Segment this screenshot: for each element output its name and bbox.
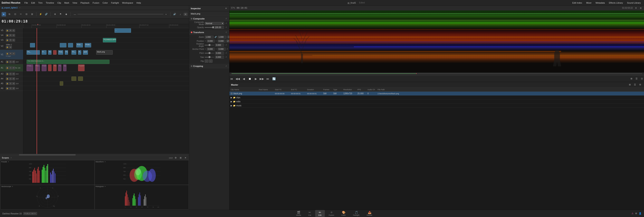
track-v3-link[interactable]: ⊟: [12, 39, 15, 42]
track-v2-lock[interactable]: 🔒: [6, 46, 9, 49]
dynamic-trim-btn[interactable]: ⊡: [13, 12, 17, 16]
marker-btn[interactable]: ◆: [64, 12, 68, 16]
razor-btn[interactable]: ⚡: [38, 12, 43, 16]
col-clip-name[interactable]: Clip Name: [230, 89, 258, 91]
anchor-x-value[interactable]: 0.000: [207, 48, 215, 51]
track-a3-lock[interactable]: 🔒: [6, 72, 9, 75]
audio-clip-a1b-6[interactable]: P1...: [58, 64, 62, 71]
tab-effects-library[interactable]: Effects Library: [608, 1, 624, 4]
track-v5-link[interactable]: ⊟: [12, 29, 15, 32]
user-icon[interactable]: 👤: [639, 212, 642, 215]
menu-playback[interactable]: Playback: [80, 1, 90, 4]
full-screen-btn[interactable]: ⊞: [184, 13, 187, 16]
nav-fusion-btn[interactable]: ⚛ Fusion: [326, 210, 338, 217]
clip-v2-5[interactable]: Proto...: [85, 43, 91, 47]
track-a6-m[interactable]: M: [12, 87, 15, 90]
bins-grid-btn[interactable]: ⊞: [628, 83, 632, 87]
col-reel-name[interactable]: Reel Name: [258, 89, 274, 91]
track-v1-lock[interactable]: 🔒: [6, 52, 9, 55]
zoom-x-value[interactable]: 1.000: [205, 35, 214, 38]
track-v5-lock[interactable]: 🔒: [6, 29, 9, 32]
zoom-out-btn[interactable]: —: [73, 12, 77, 16]
clip-v1-1[interactable]: P1...: [26, 50, 40, 55]
clip-v5-1[interactable]: ...: [114, 28, 131, 33]
rotation-value[interactable]: 0.000: [215, 44, 224, 47]
clip-v1-6[interactable]: P10...: [65, 50, 68, 55]
menu-fairlight[interactable]: Fairlight: [110, 1, 120, 4]
menu-help[interactable]: Help: [136, 1, 142, 4]
bin-row-black-png[interactable]: 🖼 black.png 00:00:00:00 00:00:00:01 00:0…: [230, 92, 644, 96]
track-a3-m[interactable]: M: [12, 72, 15, 75]
clip-v1-8[interactable]: P...: [78, 50, 81, 55]
video-preview[interactable]: [230, 10, 644, 72]
track-v3-lock[interactable]: 🔒: [6, 39, 9, 42]
composite-mode-dropdown[interactable]: Normal ▾: [205, 22, 224, 25]
slip-tool-btn[interactable]: ⊟: [24, 12, 28, 16]
audio-clip-a5-1[interactable]: [60, 81, 63, 86]
timeline-scrollbar[interactable]: [0, 154, 189, 156]
jump-start-btn[interactable]: ⏮: [230, 77, 234, 81]
inspector-close-btn[interactable]: ✕: [224, 7, 228, 10]
playback-strip[interactable]: [230, 72, 644, 75]
timeline-tab[interactable]: gi_export_lighter2: [2, 7, 18, 9]
transform-section-header[interactable]: Transform ↺: [189, 30, 229, 34]
viewer-grid-btn[interactable]: ⊞: [629, 77, 634, 81]
bins-list-btn[interactable]: ☰: [633, 83, 637, 87]
opacity-reset[interactable]: ↺: [225, 26, 228, 29]
cropping-toggle[interactable]: [191, 65, 192, 67]
track-a6-lock[interactable]: 🔒: [6, 87, 9, 90]
position-x-value[interactable]: 0.000: [207, 40, 215, 43]
nav-media-btn[interactable]: 🎬 Media: [293, 210, 304, 217]
track-a1-lock[interactable]: 🔒: [6, 60, 9, 63]
playback-head[interactable]: [416, 73, 416, 74]
yaw-value[interactable]: 0.000: [215, 56, 224, 59]
clip-v1-5[interactable]: P10...: [58, 50, 63, 55]
composite-mode-reset[interactable]: ↺: [225, 22, 228, 25]
rotation-reset[interactable]: ↺: [225, 44, 228, 46]
viewer-list-btn[interactable]: ☰: [634, 77, 639, 81]
flip-h-btn[interactable]: ↔: [205, 59, 208, 63]
track-a3-s[interactable]: S: [9, 72, 12, 75]
tab-mixer[interactable]: Mixer: [586, 1, 592, 4]
menu-clip[interactable]: Clip: [56, 1, 62, 4]
col-resolution[interactable]: Resolution: [342, 89, 356, 91]
audio-clip-a1b-8[interactable]: P1020727: [78, 64, 85, 71]
viewer-expand-btn[interactable]: ⊡: [640, 77, 644, 81]
menu-view[interactable]: View: [72, 1, 78, 4]
track-v4-eye[interactable]: 👁: [9, 34, 12, 37]
viewer-settings-btn[interactable]: ⚙: [634, 6, 638, 10]
audio-clip-a1b-7[interactable]: De...: [63, 64, 66, 71]
yaw-reset[interactable]: ↺: [225, 56, 228, 58]
bins-settings-btn[interactable]: ⚙: [638, 83, 642, 87]
bin-folder-edits[interactable]: ▶ 📁 edits: [230, 100, 644, 104]
volume-btn[interactable]: 🔊: [172, 12, 177, 16]
anchor-reset[interactable]: ↺: [226, 48, 228, 50]
clip-v2-2[interactable]: [60, 43, 66, 47]
composite-section-header[interactable]: Composite ↺: [189, 16, 229, 21]
menu-fusion[interactable]: Fusion: [92, 1, 100, 4]
clip-v2-4[interactable]: P10...: [76, 43, 83, 47]
clip-v2-3[interactable]: [68, 43, 73, 47]
col-type[interactable]: Type: [332, 89, 342, 91]
select-tool-btn[interactable]: ▶: [2, 12, 6, 16]
col-start-tc[interactable]: Start TC: [274, 89, 290, 91]
viewer-fullscreen-btn[interactable]: ⊞: [639, 6, 642, 10]
inspector-scroll-area[interactable]: Composite ↺ Composite Mode Normal ▾ ↺ Op…: [189, 16, 229, 210]
audio-clip-a4-1[interactable]: [72, 77, 76, 81]
nav-deliver-btn[interactable]: 📤 Deliver: [364, 210, 376, 217]
bin-folder-clips[interactable]: ▶ 📁 clips: [230, 96, 644, 100]
snap-btn[interactable]: ⊕: [53, 12, 57, 16]
jump-end-btn[interactable]: ⏭: [266, 77, 270, 81]
zoom-y-value[interactable]: 1.000: [218, 35, 226, 38]
scrollbar-thumb[interactable]: [19, 154, 76, 156]
col-end-tc[interactable]: End TC: [290, 89, 306, 91]
audio-clip-a1b-3[interactable]: P1005...: [42, 64, 47, 71]
audio-clip-a4-2[interactable]: [78, 77, 83, 81]
add-timeline-btn[interactable]: +: [19, 7, 20, 9]
link-btn[interactable]: 🔗: [44, 12, 48, 16]
transform-reset[interactable]: ↺: [225, 31, 228, 34]
menu-edit[interactable]: Edit: [30, 1, 36, 4]
track-v1-eye[interactable]: 👁: [9, 52, 12, 55]
tab-sound-library[interactable]: Sound Library: [626, 1, 642, 4]
clip-v1-4[interactable]: [53, 50, 56, 55]
